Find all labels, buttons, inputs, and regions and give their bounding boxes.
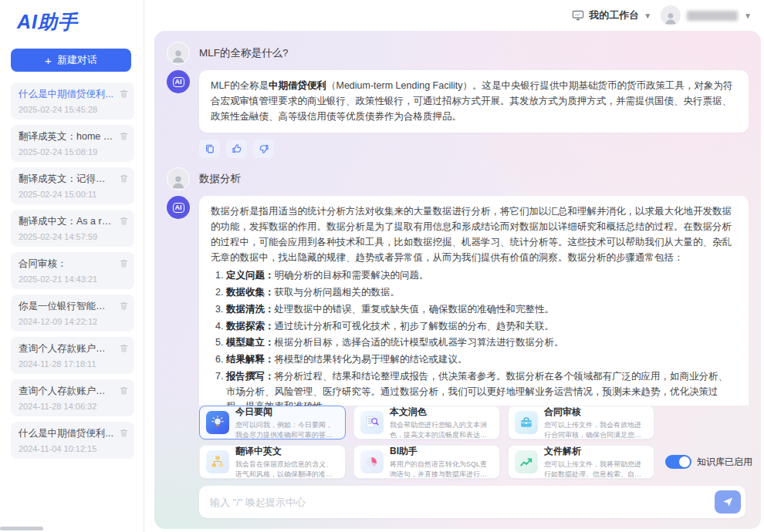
history-item-title: 什么是中期借贷便利... (19, 427, 114, 440)
prompt-input[interactable] (210, 497, 715, 508)
feature-description: 您可以上传文件，我将帮助您进行如数据处理、信息检索、自动化办公等。 (544, 460, 647, 478)
workspace-label: 我的工作台 (589, 8, 639, 22)
trash-icon (119, 301, 129, 311)
ai-message-card: MLF的全称是中期借贷便利（Medium-term Lending Facili… (199, 70, 749, 133)
analysis-step: 数据探索：通过统计分析和可视化技术，初步了解数据的分布、趋势和关联。 (226, 319, 737, 335)
delete-chat-button[interactable] (118, 89, 129, 99)
delete-chat-button[interactable] (118, 428, 129, 439)
history-item-timestamp: 2025-02-24 15:00:11 (19, 190, 114, 199)
knowledge-base-toggle[interactable] (665, 455, 691, 469)
delete-chat-button[interactable] (118, 131, 129, 142)
workspace-menu[interactable]: 我的工作台 ▼ (572, 8, 651, 22)
history-item-timestamp: 2025-02-21 14:43:21 (19, 274, 114, 284)
history-item-title: 翻译成英文：记得刚开始... (19, 173, 114, 186)
history-item-timestamp: 2025-02-24 15:45:28 (19, 105, 114, 114)
feature-title: 翻译中英文 (235, 445, 339, 458)
sidebar: AI助手 + 新建对话 什么是中期借贷便利... 2025-02-24 15:4… (0, 0, 144, 532)
new-chat-label: 新建对话 (57, 53, 97, 67)
person-icon (663, 10, 678, 25)
copy-icon (205, 143, 215, 154)
history-item[interactable]: 什么是中期借贷便利... 2024-11-04 10:12:15 (11, 422, 134, 459)
feature-title: 今日要闻 (235, 406, 339, 419)
send-button[interactable] (715, 490, 741, 513)
feature-card[interactable]: 本文润色 我会帮助您进行您输入的文本润色，提高文本的流畅度和表达效果。 (353, 406, 500, 439)
feature-description: 我会帮助您进行您输入的文本润色，提高文本的流畅度和表达效果。 (390, 420, 493, 439)
horizontal-scrollbar[interactable] (0, 527, 43, 530)
thumbs-down-icon (259, 143, 269, 154)
feature-card[interactable]: 合同审核 您可以上传文件，我会有效地进行合同审核，确保合同满足您的业务需求。 (508, 406, 654, 439)
feature-card[interactable]: BI助手 将用户的自然语言转化为SQL查询语句，并直接与数据库进行交互，返回智能… (353, 445, 500, 479)
trash-icon (119, 258, 129, 268)
delete-chat-button[interactable] (118, 301, 129, 311)
monitor-icon (572, 10, 584, 21)
history-item-timestamp: 2024-11-28 14:06:32 (19, 402, 114, 411)
history-item[interactable]: 什么是中期借贷便利... 2025-02-24 15:45:28 (11, 82, 134, 120)
copy-button[interactable] (199, 140, 220, 158)
username-redacted (687, 11, 738, 21)
polish-icon (360, 411, 384, 434)
analysis-step: 报告撰写：将分析过程、结果和结论整理成报告，供决策者参考。数据分析在各个领域都有… (226, 369, 737, 406)
feature-description: 您可以问我，例如：今日要闻，我会尽力提供准确和可靠的答案。 (235, 420, 339, 439)
analysis-step: 数据清洗：处理数据中的错误、重复或缺失值，确保数据的准确性和完整性。 (226, 302, 737, 318)
feature-title: BI助手 (390, 445, 493, 458)
feature-card[interactable]: 翻译中英文 我会旨在保留原始信息的含义、语气和风格，以确保翻译的准确性和自然流畅… (199, 445, 346, 479)
history-item[interactable]: 查询个人存款账户的最新... 2024-11-28 14:06:32 (11, 379, 134, 416)
user-message: MLF的全称是什么? (167, 42, 749, 65)
history-item-timestamp: 2025-02-24 15:08:19 (19, 147, 114, 157)
history-item-timestamp: 2024-12-09 14:22:12 (19, 317, 114, 326)
analysis-step: 模型建立：根据分析目标，选择合适的统计模型或机器学习算法进行数据分析。 (226, 335, 737, 351)
user-menu[interactable]: ▼ (661, 5, 752, 25)
ai-avatar: AI (167, 70, 190, 93)
history-item-title: 你是一位银行智能客服，... (19, 300, 114, 313)
analysis-step: 数据收集：获取与分析问题相关的数据。 (226, 285, 737, 301)
parse-icon (515, 450, 538, 473)
history-item-title: 查询个人存款账户的最新... (19, 342, 114, 355)
translate-icon (206, 450, 229, 473)
thumbs-up-icon (232, 143, 242, 154)
history-item-timestamp: 2024-11-28 17:18:11 (19, 359, 114, 369)
feature-grid: 今日要闻 您可以问我，例如：今日要闻，我会尽力提供准确和可靠的答案。 本文润色 … (199, 406, 654, 479)
history-item[interactable]: 查询个人存款账户的最新... 2024-11-28 17:18:11 (11, 337, 134, 374)
history-item[interactable]: 翻译成中文：As a reader... 2025-02-24 14:57:59 (11, 210, 134, 247)
delete-chat-button[interactable] (118, 343, 129, 354)
user-message-text: MLF的全称是什么? (199, 46, 289, 60)
history-item[interactable]: 合同审核： 2025-02-21 14:43:21 (11, 252, 134, 289)
trash-icon (119, 343, 129, 353)
history-item[interactable]: 翻译成英文：home home 2025-02-24 15:08:19 (11, 125, 134, 162)
message-actions (199, 140, 749, 158)
news-icon (206, 411, 229, 434)
history-item-title: 查询个人存款账户的最新... (19, 385, 114, 398)
chevron-down-icon: ▼ (744, 12, 752, 20)
analysis-step: 定义问题：明确分析的目标和需要解决的问题。 (226, 268, 737, 284)
trash-icon (119, 216, 129, 226)
thumbs-up-button[interactable] (226, 140, 247, 158)
trash-icon (119, 428, 129, 438)
history-item-title: 翻译成英文：home home (19, 130, 114, 143)
history-item[interactable]: 翻译成英文：记得刚开始... 2025-02-24 15:00:11 (11, 167, 134, 204)
feature-card[interactable]: 今日要闻 您可以问我，例如：今日要闻，我会尽力提供准确和可靠的答案。 (199, 406, 346, 439)
user-message: 数据分析 (167, 167, 749, 190)
user-avatar (167, 42, 190, 65)
history-item[interactable]: 你是一位银行智能客服，... 2024-12-09 14:22:12 (11, 295, 134, 332)
analysis-steps: 定义问题：明确分析的目标和需要解决的问题。数据收集：获取与分析问题相关的数据。数… (211, 268, 737, 406)
trash-icon (119, 173, 129, 184)
feature-title: 本文润色 (390, 406, 493, 419)
delete-chat-button[interactable] (118, 258, 129, 269)
feature-card[interactable]: 文件解析 您可以上传文件，我将帮助您进行如数据处理、信息检索、自动化办公等。 (508, 445, 654, 479)
user-message-text: 数据分析 (199, 172, 241, 186)
contract-icon (515, 411, 538, 434)
app-logo: AI助手 (17, 9, 144, 35)
new-chat-button[interactable]: + 新建对话 (11, 49, 131, 72)
thumbs-down-button[interactable] (253, 140, 274, 158)
top-bar: 我的工作台 ▼ ▼ (145, 0, 764, 31)
delete-chat-button[interactable] (118, 386, 129, 396)
composer (199, 486, 745, 518)
delete-chat-button[interactable] (118, 216, 129, 227)
user-avatar (661, 5, 681, 25)
ai-message-card: 数据分析是指用适当的统计分析方法对收集来的大量数据进行分析，将它们加以汇总和理解… (199, 196, 749, 406)
chevron-down-icon: ▼ (644, 12, 651, 20)
ai-message: AI MLF的全称是中期借贷便利（Medium-term Lending Fac… (167, 70, 749, 133)
ai-message: AI 数据分析是指用适当的统计分析方法对收集来的大量数据进行分析，将它们加以汇总… (167, 196, 749, 406)
bi-icon (360, 450, 384, 473)
delete-chat-button[interactable] (118, 173, 129, 184)
